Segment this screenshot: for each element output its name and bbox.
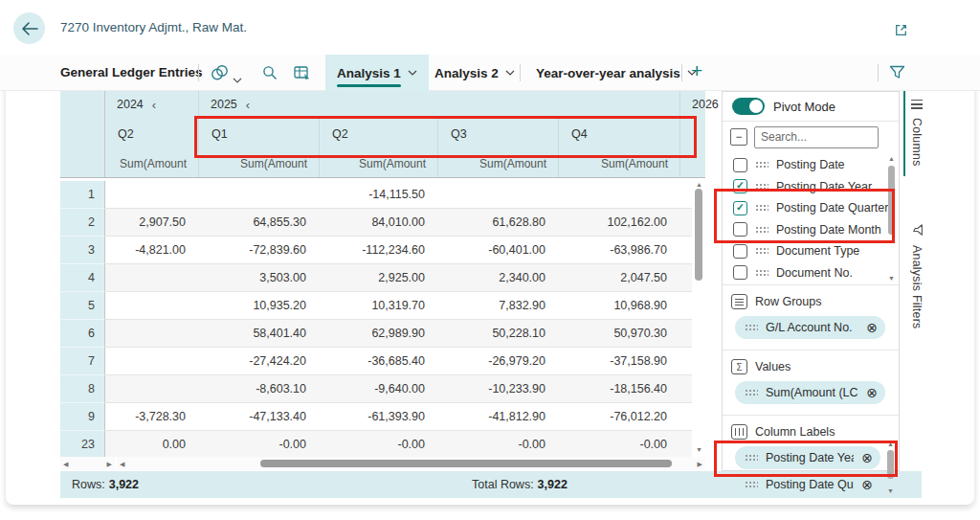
table-cell[interactable]: -3,728.30	[105, 403, 198, 431]
checkbox-unchecked[interactable]	[733, 244, 747, 259]
scroll-right-arrow[interactable]: ▶	[698, 461, 702, 467]
vertical-scroll-thumb[interactable]	[695, 189, 702, 281]
column-labels-scrollbar[interactable]: ▲ ▼	[886, 441, 895, 494]
table-cell[interactable]: 10,935.20	[198, 292, 319, 320]
table-cell[interactable]: 102,162.00	[558, 209, 679, 237]
quarter-column-header[interactable]: Q2	[319, 118, 437, 150]
field-item-document-type[interactable]: Document Type	[723, 240, 899, 262]
table-cell[interactable]	[437, 181, 558, 209]
table-cell[interactable]: -112,234.60	[319, 237, 437, 264]
quarter-column-header[interactable]: Q2	[105, 118, 198, 150]
side-tab-columns[interactable]: Columns	[903, 91, 927, 176]
row-number[interactable]: 9	[60, 403, 105, 431]
row-number[interactable]: 23	[60, 431, 105, 457]
measure-column-header[interactable]: Sum(Amount	[105, 150, 198, 177]
table-cell[interactable]: -0.00	[558, 431, 679, 457]
table-cell[interactable]: -8,603.10	[198, 375, 319, 403]
table-cell[interactable]: -37,158.90	[558, 348, 679, 375]
new-analysis-tab-button[interactable]: +	[691, 59, 702, 82]
field-item-posting-date-quarter[interactable]: ✓Posting Date Quarter	[723, 197, 899, 219]
scroll-down-arrow[interactable]: ▼	[887, 487, 894, 494]
tab-analysis-2[interactable]: Analysis 2	[423, 55, 526, 91]
table-cell[interactable]	[558, 181, 679, 209]
checkbox-unchecked[interactable]	[733, 265, 747, 280]
remove-pill-icon[interactable]: ⊗	[866, 386, 878, 399]
table-cell[interactable]: 61,628.80	[437, 209, 558, 237]
grid-vertical-scrollbar[interactable]: ▲ ▼	[692, 180, 705, 454]
search-icon[interactable]	[262, 65, 278, 84]
remove-pill-icon[interactable]: ⊗	[861, 478, 873, 491]
table-cell[interactable]: -36,685.40	[319, 348, 437, 375]
collapse-year-icon[interactable]: ‹	[246, 98, 250, 112]
pill-sum-amount-lcy[interactable]: Sum(Amount (LCY))⊗	[735, 381, 885, 404]
pivot-mode-toggle[interactable]	[732, 98, 765, 115]
table-cell[interactable]: -27,424.20	[198, 348, 319, 375]
table-cell[interactable]: 10,319.70	[319, 292, 437, 320]
table-cell[interactable]	[105, 320, 198, 348]
table-cell[interactable]: -14,115.50	[319, 181, 437, 209]
scroll-left-arrow[interactable]: ◀	[63, 461, 68, 467]
table-cell[interactable]: 7,832.90	[437, 292, 558, 320]
table-cell[interactable]: -18,156.40	[558, 375, 679, 403]
field-item-posting-date-year[interactable]: ✓Posting Date Year	[723, 176, 899, 198]
chevron-down-icon[interactable]	[505, 70, 515, 76]
field-item-document-no[interactable]: Document No.	[723, 262, 899, 284]
table-cell[interactable]: 10,968.90	[558, 292, 679, 320]
table-cell[interactable]	[198, 181, 319, 209]
table-cell[interactable]: -60,401.00	[437, 237, 558, 264]
table-cell[interactable]	[105, 348, 198, 375]
table-cell[interactable]: -61,393.90	[319, 403, 437, 431]
row-number[interactable]: 8	[60, 375, 105, 403]
table-cell[interactable]	[105, 292, 198, 320]
table-cell[interactable]: 50,228.10	[437, 320, 558, 348]
filter-icon[interactable]	[889, 65, 905, 84]
table-cell[interactable]	[105, 181, 198, 209]
scroll-up-arrow[interactable]: ▲	[888, 155, 895, 162]
analysis-mode-icon[interactable]	[294, 65, 310, 84]
table-cell[interactable]: 2,047.50	[558, 264, 679, 292]
table-cell[interactable]: -0.00	[319, 431, 437, 457]
tab-analysis-1[interactable]: Analysis 1	[325, 55, 429, 91]
scroll-down-arrow[interactable]: ▼	[696, 446, 702, 453]
table-cell[interactable]: -0.00	[198, 431, 319, 457]
table-cell[interactable]: -0.00	[437, 431, 558, 457]
scroll-right-arrow[interactable]: ▶	[107, 461, 112, 467]
field-list-scrollbar[interactable]: ▲ ▼	[887, 155, 896, 282]
table-cell[interactable]: 64,855.30	[198, 209, 319, 237]
row-number[interactable]: 1	[60, 181, 105, 209]
pill-g-l-account-no[interactable]: G/L Account No.⊗	[735, 316, 885, 339]
quarter-column-header[interactable]: Q4	[558, 118, 679, 150]
collapse-all-button[interactable]: −	[730, 128, 747, 146]
scroll-down-arrow[interactable]: ▼	[888, 275, 895, 282]
measure-column-header[interactable]: Sum(Amount	[437, 150, 558, 177]
field-item-posting-date-month[interactable]: Posting Date Month	[723, 219, 899, 241]
scroll-left-arrow[interactable]: ◀	[120, 461, 124, 467]
open-in-new-window-icon[interactable]	[893, 22, 910, 39]
table-cell[interactable]: 0.00	[105, 431, 198, 457]
scroll-up-arrow[interactable]: ▲	[696, 181, 702, 188]
row-number[interactable]: 5	[60, 292, 105, 320]
row-number[interactable]: 3	[60, 237, 105, 264]
table-cell[interactable]: -63,986.70	[558, 237, 679, 264]
table-cell[interactable]	[105, 264, 198, 292]
collapse-year-icon[interactable]: ‹	[152, 98, 156, 112]
table-cell[interactable]: 2,925.00	[319, 264, 437, 292]
table-cell[interactable]: 2,907.50	[105, 209, 198, 237]
quarter-column-header[interactable]: Q1	[198, 118, 319, 150]
row-number[interactable]: 7	[60, 348, 105, 375]
chevron-down-icon[interactable]	[408, 70, 417, 76]
frozen-column-scrollbar[interactable]: ◀ ▶	[60, 457, 115, 470]
year-group-2026[interactable]: 2026	[679, 91, 705, 118]
chevron-down-icon[interactable]	[233, 70, 242, 87]
table-cell[interactable]: -10,233.90	[437, 375, 558, 403]
measure-column-header[interactable]: Sum(Amount	[319, 150, 437, 177]
year-group-2025[interactable]: 2025‹	[198, 91, 679, 118]
checkbox-checked[interactable]: ✓	[733, 179, 747, 193]
remove-pill-icon[interactable]: ⊗	[861, 451, 873, 464]
measure-column-header[interactable]: Sum(Amount	[558, 150, 679, 177]
year-group-2024[interactable]: 2024‹	[105, 91, 198, 118]
table-cell[interactable]: -47,133.40	[198, 403, 319, 431]
table-cell[interactable]: -9,640.00	[319, 375, 437, 403]
side-tab-analysis-filters[interactable]: Analysis Filters	[903, 213, 927, 338]
table-cell[interactable]	[105, 375, 198, 403]
